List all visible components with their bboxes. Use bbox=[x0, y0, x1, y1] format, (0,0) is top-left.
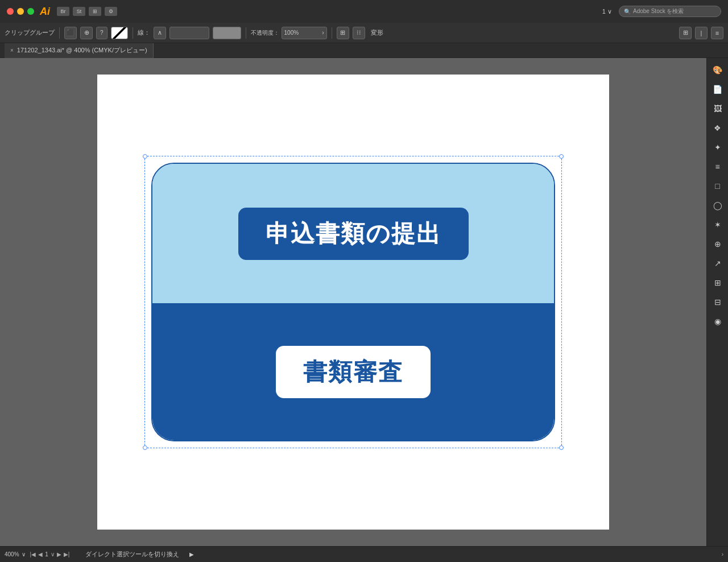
separator-1 bbox=[59, 27, 60, 39]
card-bottom-section: 書類審査 bbox=[152, 303, 554, 440]
moushikomi-button[interactable]: 申込書類の提出 bbox=[238, 208, 469, 260]
search-placeholder: Adobe Stock を検索 bbox=[633, 7, 684, 15]
canvas-document: 申込書類の提出 書類審査 bbox=[97, 75, 609, 530]
status-bar: 400% ∨ |◀ ◀ 1 ∨ ▶ ▶| ダイレクト選択ツールを切り換え ▶ › bbox=[0, 546, 728, 562]
symbol-panel-icon[interactable]: ❖ bbox=[710, 121, 725, 135]
right-panel: 🎨 📄 🖼 ❖ ✦ ≡ □ ◯ ✶ ⊕ ↗ ⊞ ⊟ ◉ bbox=[706, 58, 728, 546]
panel-toggle-icon[interactable]: | bbox=[695, 27, 708, 39]
tab-filename: 171202_1343.ai* @ 400% (CMYK/プレビュー) bbox=[17, 46, 147, 55]
minimize-button[interactable] bbox=[17, 8, 24, 15]
card-top-section: 申込書類の提出 bbox=[152, 164, 554, 303]
moushikomi-text: 申込書類の提出 bbox=[266, 218, 441, 250]
effect-panel-icon[interactable]: ✶ bbox=[710, 217, 725, 232]
dots-icon[interactable]: ⁝⁝ bbox=[353, 27, 365, 39]
stroke-up-icon[interactable]: ∧ bbox=[154, 27, 166, 39]
zoom-area: 400% ∨ bbox=[5, 551, 26, 557]
circle-panel-icon[interactable]: ◯ bbox=[710, 198, 725, 213]
main-area: 申込書類の提出 書類審査 🎨 📄 🖼 ❖ ✦ ≡ □ ◯ ✶ bbox=[0, 58, 728, 546]
grid-view-icon[interactable]: ⊞ bbox=[337, 27, 349, 39]
layers-panel-icon[interactable]: 📄 bbox=[710, 82, 725, 97]
separator-2 bbox=[133, 27, 133, 39]
align-panel-icon[interactable]: ≡ bbox=[710, 159, 725, 174]
handle-bottom-left[interactable] bbox=[143, 445, 147, 450]
traffic-lights bbox=[7, 8, 34, 15]
next-page-btn[interactable]: ▶ bbox=[57, 551, 61, 557]
menu-icon[interactable]: ≡ bbox=[711, 27, 723, 39]
color-swatch[interactable] bbox=[111, 27, 128, 39]
clip-group-label: クリップグループ bbox=[5, 28, 55, 37]
target-panel-icon[interactable]: ◉ bbox=[710, 314, 725, 329]
app-icons: Ai Br St ⊞ ⚙ bbox=[40, 6, 117, 18]
title-bar: Ai Br St ⊞ ⚙ 1 ∨ 🔍 Adobe Stock を検索 bbox=[0, 0, 728, 23]
separator-3 bbox=[246, 27, 246, 39]
page-nav: |◀ ◀ 1 ∨ ▶ ▶| bbox=[30, 551, 70, 557]
stroke-value-box[interactable] bbox=[169, 27, 209, 39]
opacity-text: 100% bbox=[284, 30, 299, 36]
close-button[interactable] bbox=[7, 8, 14, 15]
tab-close-icon[interactable]: × bbox=[10, 47, 14, 53]
question-icon[interactable]: ? bbox=[96, 27, 107, 39]
toolbar: クリップグループ ⬛ ⊕ ? 線： ∧ 不透明度： 100% › ⊞ ⁝⁝ 変形… bbox=[0, 23, 728, 43]
zoom-value: 400% bbox=[5, 551, 19, 557]
bounding-box-icon[interactable]: ⬛ bbox=[64, 27, 77, 39]
separator-4 bbox=[332, 27, 332, 39]
transform-label: 変形 bbox=[371, 28, 383, 37]
opacity-area: 不透明度： 100% › bbox=[251, 27, 327, 39]
tool-hint-arrow[interactable]: ▶ bbox=[189, 551, 194, 557]
prev-page-btn[interactable]: ◀ bbox=[38, 551, 43, 557]
document-tab[interactable]: × 171202_1343.ai* @ 400% (CMYK/プレビュー) bbox=[5, 43, 154, 58]
page-indicator[interactable]: 1 ∨ bbox=[602, 8, 612, 15]
artwork-container: 申込書類の提出 書類審査 bbox=[151, 163, 555, 441]
handle-top-right[interactable] bbox=[559, 154, 564, 159]
asset-panel-icon[interactable]: 🖼 bbox=[710, 101, 725, 116]
handle-bottom-right[interactable] bbox=[559, 445, 564, 450]
shape-panel-icon[interactable]: □ bbox=[710, 179, 725, 193]
art-card: 申込書類の提出 書類審査 bbox=[151, 163, 555, 441]
stroke-color-box[interactable] bbox=[213, 27, 241, 39]
add-panel-icon[interactable]: ⊕ bbox=[710, 237, 725, 251]
maximize-button[interactable] bbox=[27, 8, 34, 15]
anchor-icon[interactable]: ⊕ bbox=[80, 27, 93, 39]
stroke-label: 線： bbox=[138, 28, 150, 37]
canvas-area[interactable]: 申込書類の提出 書類審査 bbox=[0, 58, 706, 546]
first-page-btn[interactable]: |◀ bbox=[30, 551, 36, 557]
app-toolbar-icons: Br St ⊞ ⚙ bbox=[57, 7, 117, 16]
tool-hint-label: ダイレクト選択ツールを切り換え bbox=[85, 550, 179, 559]
opacity-value[interactable]: 100% › bbox=[282, 27, 327, 39]
last-page-btn[interactable]: ▶| bbox=[64, 551, 70, 557]
grid-panel-icon[interactable]: ⊞ bbox=[710, 275, 725, 290]
star-panel-icon[interactable]: ✦ bbox=[710, 140, 725, 155]
arrange-icon[interactable]: ⊞ bbox=[679, 27, 692, 39]
link-panel-icon[interactable]: ↗ bbox=[710, 256, 725, 271]
page-number: 1 bbox=[45, 551, 48, 557]
grid-icon[interactable]: ⊞ bbox=[89, 7, 101, 16]
expand-btn[interactable]: › bbox=[722, 551, 723, 557]
zoom-chevron[interactable]: ∨ bbox=[22, 551, 26, 557]
bridge-icon[interactable]: Br bbox=[57, 7, 69, 16]
stock-icon[interactable]: St bbox=[73, 7, 85, 16]
title-bar-right: 1 ∨ 🔍 Adobe Stock を検索 bbox=[602, 6, 721, 17]
shorui-text: 書類審査 bbox=[303, 356, 403, 388]
page-chevron[interactable]: ∨ bbox=[51, 551, 55, 557]
ai-app-icon: Ai bbox=[40, 6, 50, 18]
shorui-button[interactable]: 書類審査 bbox=[276, 346, 431, 398]
opacity-label: 不透明度： bbox=[251, 29, 279, 37]
color-panel-icon[interactable]: 🎨 bbox=[710, 63, 725, 77]
adobe-stock-search[interactable]: 🔍 Adobe Stock を検索 bbox=[619, 6, 721, 17]
minus-panel-icon[interactable]: ⊟ bbox=[710, 295, 725, 309]
toolbar-right-icons: ⊞ | ≡ bbox=[679, 27, 723, 39]
tab-bar: × 171202_1343.ai* @ 400% (CMYK/プレビュー) bbox=[0, 43, 728, 58]
handle-top-left[interactable] bbox=[143, 154, 147, 159]
settings-icon[interactable]: ⚙ bbox=[105, 7, 117, 16]
